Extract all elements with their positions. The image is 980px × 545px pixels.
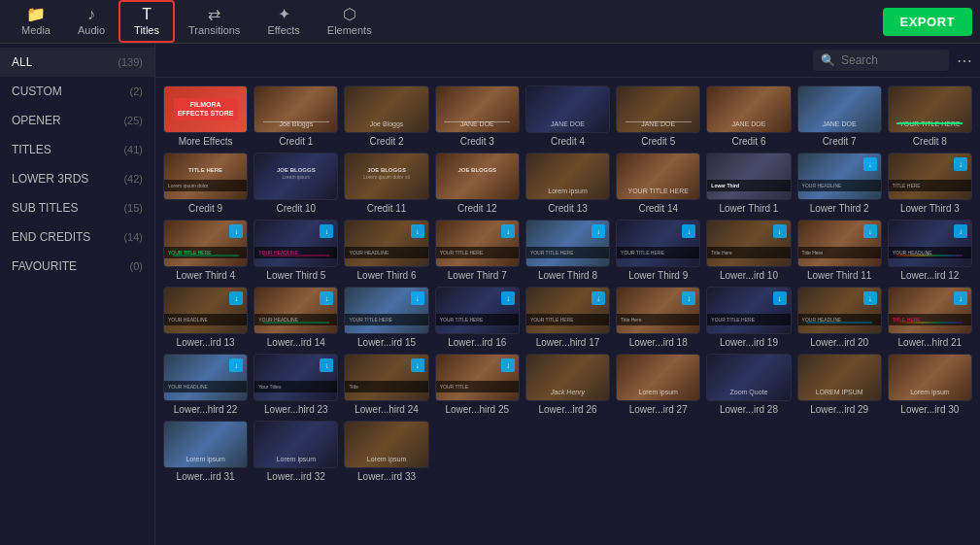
sidebar-item-lower3rds[interactable]: LOWER 3RDS (42) [0,164,154,193]
grid-item-lowerthird7[interactable]: ↓ YOUR TITLE HERE Lower Third 7 [435,220,520,281]
grid-item-lowerthird8[interactable]: ↓ YOUR TITLE HERE Lower Third 8 [525,220,610,281]
download-icon: ↓ [411,358,424,372]
grid-item-credit4[interactable]: JANE DOE Credit 4 [525,85,610,147]
sidebar-item-endcredits[interactable]: END CREDITS (14) [0,222,154,252]
grid-item-credit10[interactable]: Joe Bloggs Lorem ipsum Credit 10 [253,153,338,214]
grid-item-credit3[interactable]: JANE DOE Credit 3 [435,85,520,147]
grid-item-lowerthird17[interactable]: ↓ YOUR TITLE HERE Lower...hird 17 [525,287,610,348]
grid-item-lowerthird31[interactable]: Lorem ipsum Lower...ird 31 [163,421,248,482]
grid-item-lowerthird14[interactable]: ↓ YOUR HEADLINE Lower...ird 14 [253,287,338,348]
search-input[interactable] [841,53,941,67]
grid-item-credit11[interactable]: Joe Bloggs Lorem ipsum dolor sit Credit … [344,153,428,214]
grid-item-lowerthird21[interactable]: ↓ TITLE HERE Lower...hird 21 [888,287,972,348]
nav-titles[interactable]: T Titles [118,0,175,43]
grid-item-lowerthird1[interactable]: Lower Third Lower Third 1 [706,153,791,214]
grid-item-credit14[interactable]: YOUR TITLE HERE Credit 14 [616,153,700,214]
thumb-credit11: Joe Bloggs Lorem ipsum dolor sit [344,153,428,200]
top-nav: 📁 Media ♪ Audio T Titles ⇄ Transitions ✦… [0,0,980,44]
thumb-credit14-label: YOUR TITLE HERE [621,187,695,195]
grid-item-credit6[interactable]: JANE DOE Credit 6 [706,85,791,147]
grid-item-lowerthird33[interactable]: Lorem ipsum Lower...ird 33 [344,421,428,482]
grid-item-lowerthird28[interactable]: Zoom Quote Lower...ird 28 [706,354,791,415]
sidebar-custom-label: CUSTOM [12,85,62,98]
thumb-lowerthird1: Lower Third [706,153,791,200]
effects-grid: FILMORAEFFECTS STORE More Effects Joe Bl… [155,78,980,545]
thumb-lowerthird15: ↓ YOUR TITLE HERE [344,287,428,334]
grid-item-credit5[interactable]: JANE DOE Credit 5 [616,85,700,147]
download-icon: ↓ [863,291,877,305]
grid-item-credit13[interactable]: Lorem ipsum Credit 13 [525,153,610,214]
nav-media-label: Media [21,24,51,36]
sidebar-item-opener[interactable]: OPENER (25) [0,106,154,135]
sidebar-item-subtitles[interactable]: SUB TITLES (15) [0,193,154,222]
thumb-lowerthird19: ↓ YOUR TITLE HERE [706,287,791,334]
grid-item-lowerthird10[interactable]: ↓ Title Here Lower...ird 10 [706,220,791,281]
grid-item-lowerthird20[interactable]: ↓ YOUR HEADLINE Lower...ird 20 [797,287,882,348]
grid-item-credit1[interactable]: Joe Bloggs Credit 1 [253,85,338,147]
grid-item-lowerthird30[interactable]: Lorem ipsum Lower...ird 30 [888,354,972,415]
grid-item-lowerthird16[interactable]: ↓ YOUR TITLE HERE Lower...ird 16 [435,287,520,348]
download-icon: ↓ [501,224,515,238]
grid-item-credit12[interactable]: Joe Bloggs Credit 12 [435,153,520,214]
nav-audio[interactable]: ♪ Audio [64,0,118,43]
grid-item-lowerthird13[interactable]: ↓ YOUR HEADLINE Lower...ird 13 [163,287,248,348]
grid-item-lowerthird32[interactable]: Lorem ipsum Lower...ird 32 [253,421,338,482]
nav-media[interactable]: 📁 Media [8,0,64,43]
grid-item-lowerthird9[interactable]: ↓ YOUR TITLE HERE Lower Third 9 [616,220,700,281]
item-label-lowerthird4: Lower Third 4 [163,270,248,281]
item-label-lowerthird10: Lower...ird 10 [706,270,791,281]
thumb-credit1: Joe Bloggs [253,85,338,133]
sidebar-item-all[interactable]: ALL (139) [0,48,154,77]
search-input-wrap[interactable]: 🔍 [813,50,949,71]
elements-icon: ⬡ [343,7,356,22]
nav-transitions[interactable]: ⇄ Transitions [175,0,253,43]
grid-item-more-effects[interactable]: FILMORAEFFECTS STORE More Effects [163,85,248,147]
nav-elements[interactable]: ⬡ Elements [314,0,386,43]
thumb-lowerthird32: Lorem ipsum [253,421,338,468]
grid-item-credit7[interactable]: JANE DOE Credit 7 [797,85,882,147]
sidebar-item-custom[interactable]: CUSTOM (2) [0,77,154,106]
item-label-more-effects: More Effects [163,136,248,147]
grid-toggle-button[interactable]: ⋯ [957,51,972,70]
grid-item-lowerthird18[interactable]: ↓ Title Here Lower...ird 18 [616,287,700,348]
thumb-label-credit7: JANE DOE [802,120,877,128]
item-label-lowerthird13: Lower...ird 13 [163,337,248,348]
grid-item-lowerthird11[interactable]: ↓ Title Here Lower Third 11 [797,220,882,281]
sidebar-subtitles-label: SUB TITLES [12,201,78,215]
download-icon: ↓ [954,224,967,238]
grid-item-credit2[interactable]: Joe Bloggs Credit 2 [344,85,428,147]
grid-item-lowerthird4[interactable]: ↓ YOUR TITLE HERE Lower Third 4 [163,220,248,281]
grid-item-lowerthird2[interactable]: ↓ YOUR HEADLINE Lower Third 2 [797,153,882,214]
thumb-label-credit6: JANE DOE [711,120,786,128]
content-area: 🔍 ⋯ FILMORAEFFECTS STORE More Effects [155,44,980,545]
grid-item-lowerthird25[interactable]: ↓ YOUR TITLE Lower...hird 25 [435,354,520,415]
item-label-lowerthird2: Lower Third 2 [797,203,882,214]
download-icon: ↓ [501,291,515,305]
grid-item-lowerthird22[interactable]: ↓ YOUR HEADLINE Lower...hird 22 [163,354,248,415]
grid-item-lowerthird5[interactable]: ↓ YOUR HEADLINE Lower Third 5 [253,220,338,281]
grid-item-lowerthird27[interactable]: Lorem ipsum Lower...ird 27 [616,354,700,415]
grid-item-lowerthird26[interactable]: Jack Henry Lower...ird 26 [525,354,610,415]
grid-item-lowerthird12[interactable]: ↓ YOUR HEADLINE Lower...ird 12 [888,220,972,281]
grid-item-lowerthird23[interactable]: ↓ Your Titles Lower...hird 23 [253,354,338,415]
grid-item-lowerthird6[interactable]: ↓ YOUR HEADLINE Lower Third 6 [344,220,428,281]
grid-item-credit9[interactable]: TITLE HERE Lorem ipsum dolor Credit 9 [163,153,248,214]
grid-item-lowerthird3[interactable]: ↓ TITLE HERE Lower Third 3 [888,153,972,214]
grid-item-lowerthird29[interactable]: LOREM IPSUM Lower...ird 29 [797,354,882,415]
main-content: ALL (139) CUSTOM (2) OPENER (25) TITLES … [0,44,980,545]
thumb-credit10: Joe Bloggs Lorem ipsum [253,153,338,200]
item-label-credit3: Credit 3 [435,136,520,147]
item-label-credit6: Credit 6 [706,136,791,147]
export-button[interactable]: EXPORT [883,8,972,36]
item-label-lowerthird17: Lower...hird 17 [525,337,610,348]
thumb-lowerthird27: Lorem ipsum [616,354,700,401]
transitions-icon: ⇄ [208,7,220,22]
grid-item-credit8[interactable]: YOUR TITLE HERE Credit 8 [888,85,972,147]
grid-item-lowerthird15[interactable]: ↓ YOUR TITLE HERE Lower...ird 15 [344,287,428,348]
sidebar-item-titles[interactable]: TITLES (41) [0,135,154,164]
grid-item-lowerthird19[interactable]: ↓ YOUR TITLE HERE Lower...ird 19 [706,287,791,348]
sidebar-item-favourite[interactable]: FAVOURITE (0) [0,252,154,281]
sidebar-subtitles-count: (15) [123,202,143,214]
nav-effects[interactable]: ✦ Effects [253,0,313,43]
grid-item-lowerthird24[interactable]: ↓ Title Lower...hird 24 [344,354,428,415]
